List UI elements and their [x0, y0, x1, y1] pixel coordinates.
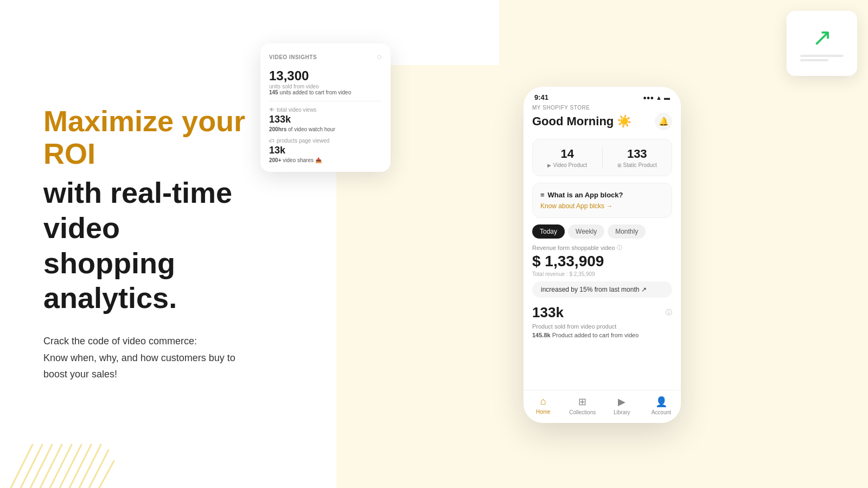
nav-library-label: Library — [614, 409, 630, 415]
total-views-item: 👁 total video views 133k 200hrs of video… — [269, 107, 382, 132]
increase-badge: increased by 15% from last month ↗ — [532, 281, 672, 298]
video-product-number: 14 — [533, 147, 602, 161]
products-viewed-item: 🏷 products page viewed 13k 200+ video sh… — [269, 138, 382, 163]
video-shares-sub: 200+ video shares 📤 — [269, 157, 382, 163]
greeting-row: Good Morning ☀️ 🔔 — [532, 113, 672, 130]
products-sold-label: Product sold from video product — [532, 323, 672, 330]
decorative-lines — [0, 380, 108, 488]
bell-icon[interactable]: 🔔 — [655, 113, 672, 130]
video-card-icon: ○ — [376, 52, 382, 62]
units-cart-sub: 145 units added to cart from video — [269, 89, 382, 95]
static-product-number: 133 — [603, 147, 672, 161]
subheadline: with real-time video shopping analytics. — [43, 175, 293, 316]
svg-line-0 — [5, 445, 33, 488]
tab-monthly[interactable]: Monthly — [608, 224, 646, 239]
video-insights-card: VIDEO INSIGHTS ○ 13,300 units sold from … — [260, 43, 391, 172]
revenue-label: Revenue form shoppable video ⓘ — [532, 244, 672, 252]
account-icon: 👤 — [655, 396, 667, 408]
stats-row: 14 ▶ Video Product 133 ⊞ Static Product — [532, 139, 672, 176]
stat-static-product: 133 ⊞ Static Product — [602, 147, 672, 168]
nav-library[interactable]: ▶ Library — [602, 396, 642, 415]
status-time: 9:41 — [534, 93, 548, 101]
video-sub-metrics: 👁 total video views 133k 200hrs of video… — [269, 101, 382, 163]
video-product-label: ▶ Video Product — [533, 162, 602, 168]
status-bar: 9:41 ●●● ▲ ▬ — [524, 87, 681, 105]
tab-weekly[interactable]: Weekly — [568, 224, 604, 239]
products-viewed-number: 13k — [269, 145, 382, 156]
stat-video-product: 14 ▶ Video Product — [533, 147, 602, 168]
nav-home[interactable]: ⌂ Home — [524, 396, 563, 415]
nav-account-label: Account — [652, 409, 671, 415]
phone-nav: ⌂ Home ⊞ Collections ▶ Library 👤 Account — [524, 390, 681, 423]
store-label: MY SHOPIFY STORE — [532, 105, 672, 111]
grid-icon: ⊞ — [617, 163, 622, 168]
tab-today[interactable]: Today — [532, 224, 565, 239]
phone-frame: 9:41 ●●● ▲ ▬ MY SHOPIFY STORE Good Morni… — [524, 87, 681, 423]
nav-collections-label: Collections — [569, 409, 596, 415]
products-info-icon: ⓘ — [666, 308, 672, 317]
trend-arrow-icon: ↗ — [812, 25, 832, 49]
video-card-title: VIDEO INSIGHTS — [269, 54, 317, 60]
trend-line-1 — [800, 55, 844, 57]
right-panel: VIDEO INSIGHTS ○ 13,300 units sold from … — [336, 0, 868, 488]
app-block-card: ≡ What is an App block? Know about App b… — [532, 183, 672, 218]
units-sold-metric: 13,300 units sold from video 145 units a… — [269, 68, 382, 95]
app-block-icon: ≡ — [540, 191, 545, 199]
video-card-header: VIDEO INSIGHTS ○ — [269, 52, 382, 62]
status-icons: ●●● ▲ ▬ — [643, 94, 670, 101]
revenue-total: Total revenue : $ 2,35,909 — [532, 271, 672, 277]
app-block-link[interactable]: Know about App blcks → — [540, 202, 664, 210]
nav-account[interactable]: 👤 Account — [642, 396, 681, 415]
static-product-label: ⊞ Static Product — [603, 162, 672, 168]
headline-text: Maximize your ROI — [43, 105, 293, 170]
video-icon: ▶ — [547, 163, 551, 168]
phone-content: MY SHOPIFY STORE Good Morning ☀️ 🔔 14 ▶ … — [524, 105, 681, 344]
signal-icon: ●●● — [643, 94, 654, 101]
wifi-icon: ▲ — [656, 94, 662, 101]
info-icon: ⓘ — [617, 244, 622, 252]
nav-collections[interactable]: ⊞ Collections — [563, 396, 603, 415]
products-section: 133k ⓘ Product sold from video product 1… — [532, 304, 672, 338]
nav-home-label: Home — [536, 409, 551, 415]
revenue-amount: $ 1,33,909 — [532, 253, 672, 270]
battery-icon: ▬ — [664, 94, 670, 101]
products-viewed-label: 🏷 products page viewed — [269, 138, 382, 144]
phone-container: 9:41 ●●● ▲ ▬ MY SHOPIFY STORE Good Morni… — [524, 87, 681, 423]
chart-card: ↗ — [787, 11, 857, 76]
tabs-row: Today Weekly Monthly — [532, 224, 672, 239]
products-label: 133k ⓘ — [532, 304, 672, 321]
products-cart-sub: 145.8k Product added to cart from video — [532, 332, 672, 338]
description: Crack the code of video commerce: Know w… — [43, 333, 293, 383]
collections-icon: ⊞ — [578, 396, 586, 408]
greeting-emoji: ☀️ — [617, 114, 631, 128]
products-number: 133k — [532, 304, 564, 321]
total-views-label: 👁 total video views — [269, 107, 382, 113]
home-icon: ⌂ — [540, 396, 546, 407]
headline: Maximize your ROI — [43, 105, 293, 170]
trend-lines — [800, 55, 844, 61]
watch-hours-sub: 200hrs of video watch hour — [269, 126, 382, 132]
library-icon: ▶ — [618, 396, 626, 408]
units-sold-number: 13,300 — [269, 68, 382, 84]
total-views-number: 133k — [269, 114, 382, 125]
units-sold-label: units sold from video — [269, 84, 382, 89]
app-block-title: ≡ What is an App block? — [540, 191, 664, 199]
trend-line-2 — [800, 59, 828, 61]
greeting-text: Good Morning ☀️ — [532, 114, 631, 129]
